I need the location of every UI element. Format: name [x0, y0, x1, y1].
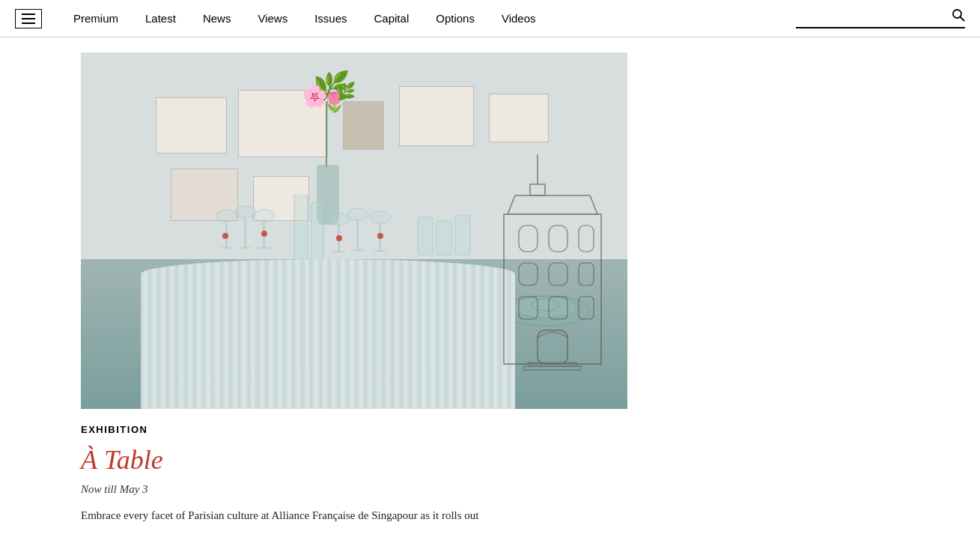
svg-rect-12: [258, 247, 270, 249]
svg-rect-27: [436, 221, 451, 255]
svg-rect-9: [239, 247, 252, 249]
svg-rect-59: [524, 366, 581, 370]
nav-item-options[interactable]: Options: [422, 12, 488, 25]
svg-rect-6: [220, 247, 233, 249]
flower-bloom-3: 🌿: [335, 82, 356, 101]
svg-rect-54: [519, 297, 538, 319]
article-metadata: EXHIBITION À Table Now till May 3 Embrac…: [81, 424, 719, 524]
svg-rect-26: [418, 217, 433, 255]
svg-rect-56: [579, 297, 594, 319]
wall-frame-5: [489, 94, 549, 142]
nav-item-videos[interactable]: Videos: [488, 12, 550, 25]
svg-rect-28: [455, 216, 470, 255]
svg-marker-46: [508, 195, 597, 214]
svg-rect-49: [549, 225, 567, 252]
main-content: 🌿 🌸 🌷 🌿: [0, 37, 719, 524]
svg-rect-51: [519, 263, 538, 285]
hamburger-button[interactable]: [15, 9, 42, 28]
building-svg: [493, 154, 627, 409]
svg-rect-50: [579, 225, 594, 252]
svg-rect-48: [519, 225, 538, 252]
svg-point-22: [222, 233, 228, 239]
nav-item-premium[interactable]: Premium: [60, 12, 132, 25]
svg-point-23: [261, 231, 267, 237]
svg-rect-45: [530, 184, 545, 195]
svg-point-24: [336, 235, 342, 241]
table-body: [141, 259, 515, 409]
hero-image-canvas: 🌿 🌸 🌷 🌿: [81, 52, 627, 409]
svg-line-1: [961, 17, 964, 21]
search-button[interactable]: [952, 8, 965, 25]
svg-point-19: [370, 211, 391, 223]
svg-point-13: [329, 213, 350, 225]
svg-rect-17: [356, 220, 359, 250]
svg-rect-18: [351, 249, 364, 251]
svg-rect-3: [311, 202, 323, 262]
wall-frame-1: [156, 97, 227, 154]
svg-rect-15: [332, 251, 345, 252]
nav-item-issues[interactable]: Issues: [301, 12, 360, 25]
svg-point-16: [347, 208, 368, 220]
nav-item-latest[interactable]: Latest: [132, 12, 189, 25]
svg-point-25: [377, 233, 383, 239]
svg-point-10: [254, 210, 275, 222]
svg-rect-52: [549, 263, 567, 285]
search-area: [796, 8, 965, 28]
svg-rect-2: [294, 195, 308, 262]
svg-rect-55: [549, 297, 567, 319]
nav-item-capital[interactable]: Capital: [361, 12, 423, 25]
article-excerpt: Embrace every facet of Parisian culture …: [81, 506, 627, 524]
nav-links: Premium Latest News Views Issues Capital…: [60, 12, 796, 25]
article-category: EXHIBITION: [81, 424, 719, 435]
nav-item-views[interactable]: Views: [244, 12, 301, 25]
nav-item-news[interactable]: News: [189, 12, 245, 25]
search-input[interactable]: [796, 10, 946, 23]
svg-rect-8: [244, 218, 246, 248]
article-date: Now till May 3: [81, 483, 719, 496]
article-title: À Table: [81, 444, 719, 476]
svg-rect-53: [579, 263, 594, 285]
wall-frame-4: [399, 86, 474, 146]
navigation: Premium Latest News Views Issues Capital…: [0, 0, 980, 37]
hero-image: 🌿 🌸 🌷 🌿: [81, 52, 627, 409]
svg-rect-21: [374, 250, 386, 252]
svg-point-4: [216, 210, 237, 222]
building-sketch: [493, 154, 627, 409]
svg-point-7: [235, 206, 256, 218]
